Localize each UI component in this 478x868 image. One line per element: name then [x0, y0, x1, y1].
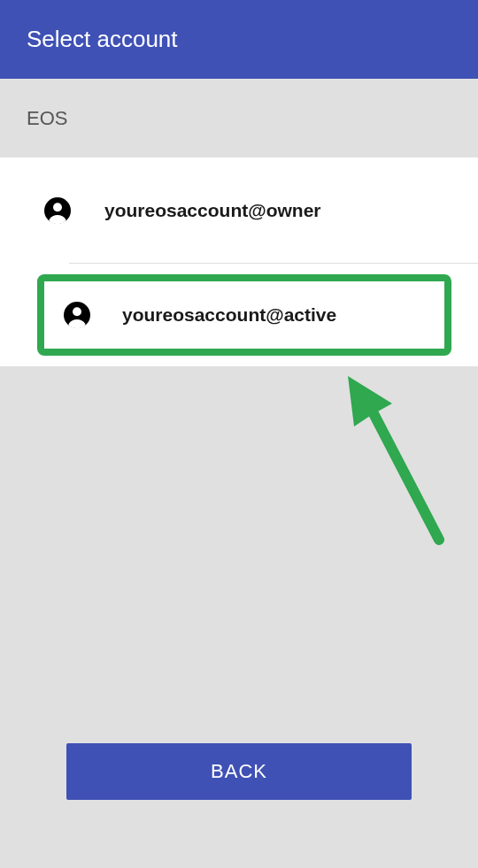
- person-icon: [64, 302, 90, 328]
- section-header: EOS: [0, 79, 478, 157]
- accounts-list: youreosaccount@owner youreosaccount@acti…: [0, 157, 478, 366]
- svg-marker-5: [348, 376, 392, 426]
- person-icon: [44, 197, 71, 224]
- account-label: youreosaccount@owner: [104, 200, 321, 221]
- divider: [69, 263, 478, 264]
- account-row-active[interactable]: youreosaccount@active: [37, 274, 451, 356]
- arrow-annotation-icon: [335, 372, 459, 549]
- section-label-text: EOS: [27, 107, 67, 130]
- app-header: Select account: [0, 0, 478, 79]
- account-label: youreosaccount@active: [122, 304, 336, 326]
- svg-line-4: [366, 398, 439, 540]
- account-row-owner[interactable]: youreosaccount@owner: [0, 157, 478, 264]
- page-title: Select account: [27, 26, 178, 53]
- back-button-label: BACK: [211, 760, 267, 783]
- account-row-active-wrapper: youreosaccount@active: [0, 264, 478, 366]
- back-button[interactable]: BACK: [66, 743, 412, 800]
- svg-point-1: [53, 203, 62, 211]
- svg-point-3: [73, 307, 81, 316]
